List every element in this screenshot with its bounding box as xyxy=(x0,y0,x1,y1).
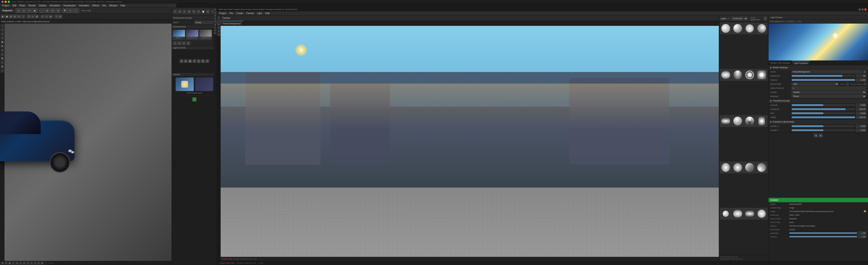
bottom-tool-3[interactable]: ◼ xyxy=(8,262,11,265)
tb-btn-3[interactable]: ↺ xyxy=(27,8,32,13)
preset-4[interactable] xyxy=(756,23,767,34)
bottom-tool-11[interactable]: ⊡ xyxy=(37,262,40,265)
light-btn-2[interactable]: ⊗ xyxy=(184,59,188,63)
handle-u-input[interactable] xyxy=(856,125,866,128)
tb2-btn-6[interactable]: ☽ xyxy=(21,15,25,18)
preset-20[interactable] xyxy=(756,208,767,219)
tb-btn-11[interactable]: ⛶ xyxy=(73,8,79,13)
env-action-4[interactable]: ⊗ xyxy=(186,41,190,45)
preset-3[interactable] xyxy=(744,23,755,34)
tb-btn-1[interactable]: ◎ xyxy=(16,8,21,13)
prop-name-btn[interactable]: ≡ xyxy=(863,70,866,73)
hdr-canvas-main[interactable] xyxy=(221,26,719,257)
env-thumb-2[interactable]: Environment xyxy=(186,30,198,40)
presets-close[interactable]: ✕ xyxy=(764,17,767,21)
tb-btn-9[interactable]: 🔍 xyxy=(63,8,68,13)
hdr-menu-file[interactable]: File xyxy=(228,12,235,15)
env-action-3[interactable]: ⊕ xyxy=(182,41,186,45)
height-input[interactable] xyxy=(856,116,866,119)
menu-help[interactable]: Help xyxy=(119,4,127,7)
preserve-alpha-checkbox[interactable] xyxy=(864,83,866,85)
longitude-input[interactable] xyxy=(856,108,866,111)
preset-12[interactable] xyxy=(756,115,767,127)
hdr-nav-4[interactable]: ⊞ xyxy=(217,26,220,29)
preset-7[interactable] xyxy=(744,69,755,81)
right-tool-1[interactable]: ⊕ xyxy=(214,8,217,11)
right-tool-4[interactable]: ⊞ xyxy=(214,17,217,20)
latitude-slider[interactable] xyxy=(792,104,855,106)
hdr-nav-6[interactable]: ◈ xyxy=(217,33,220,36)
hdr-nav-1[interactable]: ⊕ xyxy=(217,16,220,19)
tb2-btn-5[interactable]: ⟳ xyxy=(17,15,21,18)
light-btn-6[interactable]: ⊞ xyxy=(201,59,205,63)
env-icon-7[interactable]: 📋 xyxy=(202,9,205,14)
env-name-input[interactable] xyxy=(194,21,222,24)
cookie-select[interactable]: Square Round xyxy=(792,90,866,94)
env-icon-1[interactable]: ☀ xyxy=(173,9,177,14)
raster-settings-header[interactable]: ▶ Raster Settings xyxy=(769,65,868,70)
right-tool-7[interactable]: ✦ xyxy=(214,26,217,29)
gamma-input[interactable] xyxy=(858,235,866,238)
hdr-close[interactable] xyxy=(864,8,867,11)
env-icon-8[interactable]: ✕ xyxy=(206,9,210,14)
brightness-slider[interactable] xyxy=(792,75,855,77)
bottom-tool-4[interactable]: ⬚ xyxy=(12,262,15,265)
tb-btn-5[interactable]: ↕ xyxy=(39,8,44,13)
close-btn[interactable] xyxy=(1,1,4,3)
menu-edit[interactable]: Edit xyxy=(11,4,18,7)
saturation-input[interactable] xyxy=(858,232,866,235)
tb2-btn-3[interactable]: ⊞ xyxy=(9,15,13,18)
hdr-menu-project[interactable]: Project xyxy=(218,12,228,15)
tb2-btn-2[interactable]: ◼ xyxy=(5,15,8,18)
env-preview-thumb-1[interactable] xyxy=(176,77,194,91)
mapping-select[interactable]: Planar Spherical xyxy=(792,95,866,98)
longitude-slider[interactable] xyxy=(792,108,855,110)
preset-19[interactable] xyxy=(744,208,755,219)
bottom-tool-10[interactable]: ⛶ xyxy=(33,262,37,265)
transform-land-header[interactable]: ▶ Transform (Land) xyxy=(769,99,868,103)
tab-render-view[interactable]: Render View Settings xyxy=(769,61,792,65)
bottom-tool-6[interactable]: ✦ xyxy=(19,262,22,265)
maximize-btn[interactable] xyxy=(8,1,10,3)
content-image-browse[interactable]: 📁 xyxy=(864,210,866,213)
right-tool-2[interactable]: ⊗ xyxy=(214,11,217,14)
invert-checkbox[interactable] xyxy=(846,83,848,85)
vtool-pan[interactable]: ✋ xyxy=(0,40,4,44)
blend-mode-select[interactable]: Add Multiply Screen xyxy=(792,82,839,86)
preset-11[interactable] xyxy=(744,115,755,127)
menu-visualization[interactable]: Visualization xyxy=(62,4,77,7)
opacity-slider[interactable] xyxy=(792,79,855,81)
preset-13[interactable] xyxy=(720,162,732,173)
tb-btn-2[interactable]: ⊡ xyxy=(22,8,26,13)
vtool-scale[interactable]: ⊡ xyxy=(0,36,4,40)
menu-kits[interactable]: Kits xyxy=(101,4,107,7)
tb-btn-8[interactable]: ⊗ xyxy=(56,8,61,13)
tb2-btn-10[interactable]: ⊂ xyxy=(41,15,44,18)
viewport-canvas[interactable]: ↖ ✛ ↺ ⊡ ✋ 🔍 ⊕ 🖌 📏 ☀ 📷 ⋯ xyxy=(0,24,172,261)
hdr-menu-help[interactable]: Help xyxy=(264,12,271,15)
preset-6[interactable] xyxy=(732,69,743,81)
tb2-btn-8[interactable]: ∿ xyxy=(31,15,35,18)
menu-project[interactable]: Project xyxy=(1,4,11,7)
preset-8[interactable] xyxy=(756,69,767,81)
preset-17[interactable] xyxy=(720,208,732,219)
vtool-extras[interactable]: ⋯ xyxy=(0,69,4,73)
bottom-tool-9[interactable]: ⧖ xyxy=(30,262,33,265)
hdr-menu-light[interactable]: Light xyxy=(256,12,264,15)
env-thumb-1[interactable]: HDRI Em xyxy=(173,30,185,40)
menu-animation[interactable]: Animation xyxy=(78,4,90,7)
hdr-menu-create[interactable]: Create xyxy=(235,12,244,15)
minimize-btn[interactable] xyxy=(4,1,7,3)
menu-simulation[interactable]: Simulation xyxy=(48,4,61,7)
transform-extended-header[interactable]: ▶ Transform (Extended) xyxy=(769,120,868,124)
env-action-1[interactable]: ☀ xyxy=(173,41,177,45)
bottom-tool-8[interactable]: ↺ xyxy=(26,262,29,265)
nav-next[interactable]: ▶ xyxy=(819,133,823,137)
env-icon-5[interactable]: ⚙ xyxy=(192,9,196,14)
preset-14[interactable] xyxy=(732,162,743,173)
light-btn-1[interactable]: ⊕ xyxy=(180,59,183,63)
menu-display[interactable]: Display xyxy=(37,4,48,7)
vtool-rotate[interactable]: ↺ xyxy=(0,32,4,36)
vtool-measure[interactable]: 📏 xyxy=(0,57,4,60)
tb2-btn-13[interactable]: ⌖ xyxy=(55,15,58,18)
